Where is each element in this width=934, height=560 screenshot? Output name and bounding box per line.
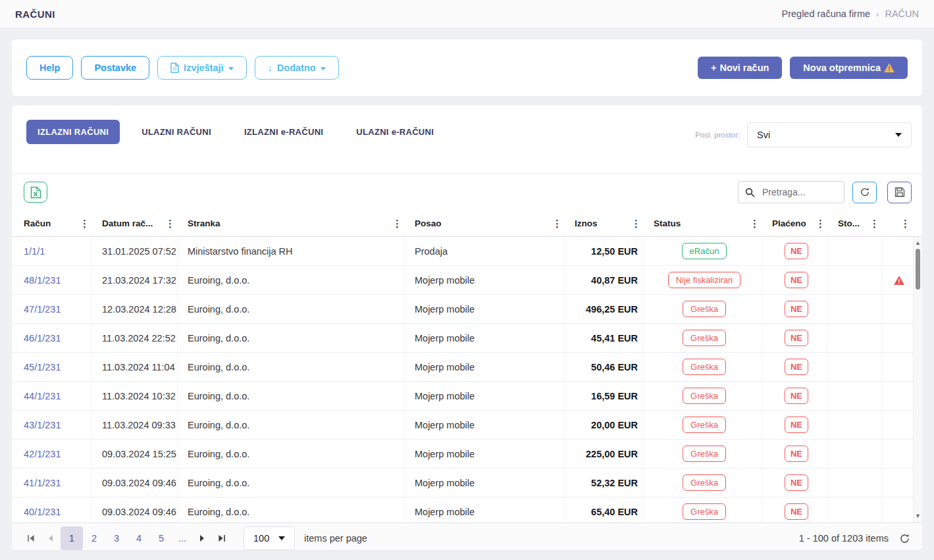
page-number-1[interactable]: 1 (61, 526, 83, 550)
table-row: 48/1/23121.03.2024 17:32Euroing, d.o.o.M… (12, 266, 913, 295)
column-menu-icon[interactable]: ⋮ (165, 218, 173, 230)
invoice-number-link[interactable]: 42/1/231 (24, 449, 61, 459)
column-header-sto-[interactable]: Sto...⋮ (828, 211, 882, 236)
page-size-select[interactable]: 100 (244, 526, 295, 550)
placeno-badge: NE (785, 417, 808, 433)
help-button[interactable]: Help (26, 56, 73, 80)
column-header-ra-un[interactable]: Račun⋮ (12, 211, 92, 236)
cell-stranka: Euroing, d.o.o. (178, 497, 405, 522)
cell-status: eRačun (644, 237, 762, 265)
next-page-button[interactable] (192, 528, 212, 549)
cell-racun: 42/1/231 (12, 440, 92, 468)
refresh-grid-button[interactable] (852, 182, 877, 203)
breadcrumb-parent[interactable]: Pregled računa firme (782, 9, 871, 19)
invoice-number-link[interactable]: 40/1/231 (24, 507, 61, 517)
previous-page-button[interactable] (41, 528, 61, 549)
scrollbar-thumb[interactable] (916, 249, 920, 290)
down-arrow-icon: ↓ (268, 63, 272, 73)
column-menu-icon[interactable]: ⋮ (552, 218, 560, 230)
postavke-button[interactable]: Postavke (81, 56, 149, 80)
excel-file-icon (30, 186, 41, 199)
invoice-number-link[interactable]: 1/1/1 (24, 246, 45, 257)
column-menu-icon[interactable]: ⋮ (900, 218, 908, 230)
column-header-datum-ra-[interactable]: Datum rač...⋮ (92, 211, 178, 236)
nova-otpremnica-button[interactable]: Nova otpremnica (790, 57, 908, 79)
cell-posao: Mojerp mobile (405, 411, 565, 439)
table-row: 41/1/23109.03.2024 09:46Euroing, d.o.o.M… (12, 469, 913, 497)
pager-info: 1 - 100 of 1203 items (799, 533, 889, 544)
cell-stranka: Ministarstvo financija RH (178, 237, 405, 265)
search-box[interactable] (738, 181, 844, 203)
scroll-down-icon[interactable]: ▼ (914, 513, 922, 519)
page-number-2[interactable]: 2 (83, 526, 105, 550)
column-menu-icon[interactable]: ⋮ (631, 218, 639, 230)
column-header-label: Račun (24, 218, 51, 228)
column-header-pla-eno[interactable]: Plaćeno⋮ (762, 211, 828, 236)
last-page-button[interactable] (212, 528, 232, 549)
tab-izlazni-ra-uni[interactable]: IZLAZNI RAČUNI (26, 120, 120, 144)
cell-stranka: Euroing, d.o.o. (178, 324, 405, 352)
grid-toolbar (12, 173, 922, 211)
pager-ellipsis[interactable]: ... (172, 533, 192, 544)
column-menu-icon[interactable]: ⋮ (750, 218, 758, 230)
invoice-number-link[interactable]: 41/1/231 (24, 478, 61, 488)
cell-stranka: Euroing, d.o.o. (178, 266, 405, 294)
column-menu-icon[interactable]: ⋮ (816, 218, 823, 230)
column-menu-icon[interactable]: ⋮ (80, 218, 88, 230)
cell-datum: 09.03.2024 09:46 (92, 497, 178, 522)
column-header-status[interactable]: Status⋮ (644, 211, 762, 236)
invoice-number-link[interactable]: 48/1/231 (24, 275, 61, 286)
scroll-up-icon[interactable]: ▲ (914, 240, 922, 246)
tab-ulazni-ra-uni[interactable]: ULAZNI RAČUNI (130, 120, 222, 144)
column-header-posao[interactable]: Posao⋮ (405, 211, 565, 236)
invoice-number-link[interactable]: 43/1/231 (24, 420, 61, 430)
warning-triangle-icon (884, 63, 895, 72)
column-header-stranka[interactable]: Stranka⋮ (178, 211, 405, 236)
cell-posao: Mojerp mobile (405, 469, 565, 497)
column-menu-icon[interactable]: ⋮ (869, 218, 877, 230)
tab-ulazni-e-ra-uni[interactable]: ULAZNI e-RAČUNI (345, 120, 445, 144)
invoice-number-link[interactable]: 44/1/231 (24, 391, 61, 401)
grid-rows: 1/1/131.01.2025 07:52Ministarstvo financ… (12, 237, 913, 522)
cell-racun: 43/1/231 (12, 411, 92, 439)
cell-racun: 45/1/231 (12, 353, 92, 381)
cell-warning (882, 324, 913, 352)
dodatno-dropdown-button[interactable]: ↓ Dodatno (255, 56, 339, 80)
cell-warning (882, 237, 913, 265)
save-grid-settings-button[interactable] (887, 182, 912, 203)
first-page-button[interactable] (21, 528, 41, 549)
vertical-scrollbar[interactable]: ▲ ▼ (913, 237, 922, 522)
cell-placeno: NE (762, 440, 828, 468)
grid-header: Račun⋮Datum rač...⋮Stranka⋮Posao⋮Iznos⋮S… (12, 211, 922, 237)
pager-refresh-button[interactable] (899, 533, 910, 544)
cell-storniran (828, 411, 882, 439)
search-input[interactable] (761, 186, 833, 198)
breadcrumb-current: RAČUN (885, 9, 919, 19)
page-number-4[interactable]: 4 (128, 526, 150, 550)
novi-racun-button[interactable]: + Novi račun (698, 57, 782, 79)
invoice-number-link[interactable]: 45/1/231 (24, 362, 61, 372)
cell-storniran (828, 440, 882, 468)
tab-izlazni-e-ra-uni[interactable]: IZLAZNI e-RAČUNI (233, 120, 334, 144)
invoice-number-link[interactable]: 47/1/231 (24, 304, 61, 315)
invoice-number-link[interactable]: 46/1/231 (24, 333, 61, 344)
cell-datum: 31.01.2025 07:52 (92, 237, 178, 265)
placeno-badge: NE (785, 301, 808, 317)
cell-placeno: NE (762, 237, 828, 265)
page-number-5[interactable]: 5 (150, 526, 172, 550)
column-menu-icon[interactable]: ⋮ (392, 218, 400, 230)
status-badge: Greška (683, 359, 726, 375)
cell-stranka: Euroing, d.o.o. (178, 440, 405, 468)
tabs: IZLAZNI RAČUNIULAZNI RAČUNIIZLAZNI e-RAČ… (26, 120, 445, 144)
cell-datum: 12.03.2024 12:28 (92, 295, 178, 323)
cell-storniran (828, 237, 882, 265)
cell-storniran (828, 353, 882, 381)
izvjestaji-dropdown-button[interactable]: Izvještaji (157, 56, 246, 80)
export-excel-button[interactable] (24, 182, 47, 203)
page-number-3[interactable]: 3 (105, 526, 128, 550)
placeno-badge: NE (785, 503, 808, 520)
posl-prostor-select[interactable]: Svi (747, 122, 912, 147)
column-header-extra[interactable]: ⋮ (882, 211, 913, 236)
column-header-iznos[interactable]: Iznos⋮ (565, 211, 644, 236)
cell-warning (882, 469, 913, 497)
